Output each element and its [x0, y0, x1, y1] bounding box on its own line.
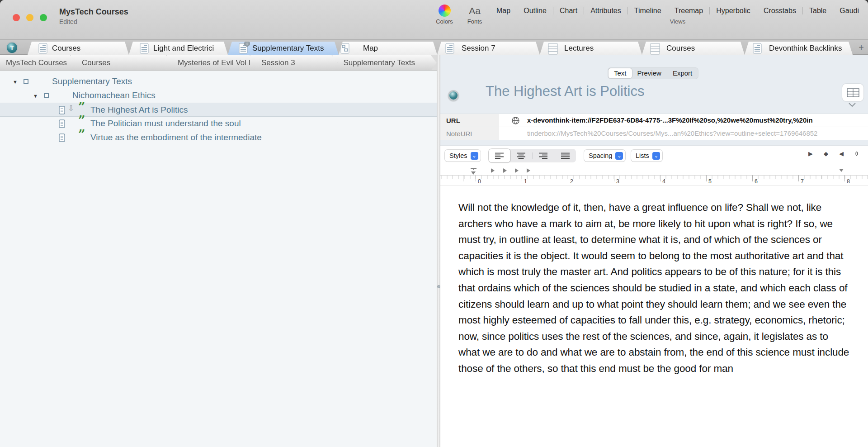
view-button-attributes[interactable]: Attributes: [588, 7, 624, 15]
left-tab-well-icon[interactable]: ▶: [807, 150, 814, 157]
text-ruler[interactable]: 0 1 2 3 4 5 6 7 8: [440, 166, 868, 185]
view-button-table[interactable]: Table: [807, 7, 829, 15]
container-square-icon: [24, 79, 28, 84]
tab-session-7[interactable]: Session 7: [437, 42, 540, 55]
zoom-button[interactable]: [40, 14, 47, 21]
tab-courses-2[interactable]: Courses: [642, 42, 745, 55]
note-text-pane: Text Preview Export The Highest Art is P…: [440, 55, 868, 447]
collapse-chevron-icon[interactable]: [849, 103, 856, 107]
add-tab-button[interactable]: +: [856, 43, 866, 53]
outline-item-label: The Highest Art is Politics: [90, 105, 188, 115]
tab-stop-marker[interactable]: [503, 168, 507, 173]
divider: [517, 7, 517, 14]
tab-devonthink-backlinks[interactable]: Devonthink Backlinks: [745, 42, 853, 55]
close-button[interactable]: [13, 14, 20, 21]
styles-dropdown[interactable]: Styles ⌄: [445, 150, 481, 162]
right-tab-well-icon[interactable]: ◀: [838, 150, 844, 157]
tab-light-and-electricity[interactable]: Light and Electrici: [129, 42, 228, 55]
first-line-indent-marker[interactable]: [471, 168, 476, 169]
window-controls: [13, 14, 47, 21]
align-left-button[interactable]: [489, 149, 510, 162]
tab-lectures[interactable]: Lectures: [540, 42, 642, 55]
note-body-text[interactable]: Will not the knowledge of it, then, have…: [458, 200, 850, 377]
outline-item-label: Supplementary Texts: [52, 76, 132, 86]
url-attributes-block: URL x-devonthink-item://F2FDE637-6D84-47…: [440, 114, 868, 140]
mode-tab-export[interactable]: Export: [667, 68, 698, 78]
view-button-hyperbolic[interactable]: Hyperbolic: [713, 7, 753, 15]
ruler-number: 8: [847, 178, 850, 185]
divider: [553, 7, 553, 14]
attributes-table-button[interactable]: [842, 84, 863, 101]
tab-supplementary-texts[interactable]: i Supplementary Texts: [228, 42, 339, 55]
breadcrumb-item-session-3[interactable]: Session 3: [250, 55, 338, 71]
noteurl-value[interactable]: tinderbox://MysTech%20Courses/Courses/My…: [527, 129, 817, 137]
tab-stop-marker[interactable]: [527, 168, 530, 173]
disclosure-triangle-icon[interactable]: ▼: [13, 79, 18, 85]
left-indent-marker[interactable]: [471, 171, 476, 175]
noteurl-row: NoteURL tinderbox://MysTech%20Courses/Co…: [440, 127, 868, 140]
globe-fetch-icon[interactable]: [512, 117, 519, 124]
divider: [627, 7, 628, 14]
mode-tab-preview[interactable]: Preview: [632, 68, 667, 78]
view-button-gaudi[interactable]: Gaudi: [837, 7, 862, 15]
note-status-orb-icon[interactable]: [448, 90, 459, 101]
view-button-outline[interactable]: Outline: [521, 7, 549, 15]
url-value[interactable]: x-devonthink-item://F2FDE637-6D84-4775-.…: [527, 116, 813, 124]
minimize-button[interactable]: [26, 14, 33, 21]
mode-tab-text[interactable]: Text: [609, 68, 632, 78]
text-mode-segmented-control: Text Preview Export: [608, 67, 698, 79]
view-button-timeline[interactable]: Timeline: [632, 7, 664, 15]
download-arrow-icon: ⇩: [68, 104, 74, 113]
views-toolbar-group: Map Outline Chart Attributes Timeline Tr…: [494, 5, 862, 25]
view-button-crosstabs[interactable]: Crosstabs: [761, 7, 799, 15]
divider: [709, 7, 710, 14]
decimal-tab-well-icon[interactable]: 0: [854, 150, 859, 157]
outline-row-supplementary-texts[interactable]: ▼ Supplementary Texts: [0, 75, 437, 89]
tab-stop-marker[interactable]: [515, 168, 519, 173]
disclosure-triangle-icon[interactable]: ▼: [33, 93, 38, 99]
title-bar: MysTech Courses Edited Colors Aa Fonts M…: [0, 0, 868, 40]
tab-courses-1[interactable]: Courses: [28, 42, 129, 55]
window-title: MysTech Courses: [59, 7, 128, 17]
colors-toolbar-button[interactable]: Colors: [432, 5, 457, 25]
tab-stop-marker[interactable]: [491, 168, 495, 173]
color-wheel-icon: [439, 5, 451, 17]
fonts-toolbar-button[interactable]: Aa Fonts: [462, 5, 487, 25]
note-body-editor[interactable]: Will not the knowledge of it, then, have…: [440, 185, 868, 377]
lists-dropdown[interactable]: Lists ⌄: [631, 150, 662, 162]
outline-doc-icon: [38, 43, 47, 54]
view-button-chart[interactable]: Chart: [557, 7, 580, 15]
tab-label: Supplementary Texts: [252, 44, 324, 53]
outline-row-highest-art-selected[interactable]: ⇩ ” The Highest Art is Politics: [0, 103, 437, 117]
view-button-map[interactable]: Map: [494, 7, 513, 15]
outline-item-label: The Politician must understand the soul: [90, 119, 241, 128]
styles-label: Styles: [449, 152, 467, 159]
divider: [833, 7, 833, 14]
align-center-button[interactable]: [510, 149, 532, 162]
breadcrumb-item-mysteries-of-evil[interactable]: Mysteries of Evil Vol I: [167, 55, 255, 71]
breadcrumb-item-courses[interactable]: Courses: [71, 55, 172, 71]
pane-splitter[interactable]: [437, 55, 440, 447]
views-group-caption: Views: [494, 18, 862, 25]
divider: [802, 7, 803, 14]
tab-label: Courses: [52, 44, 80, 53]
tinderbox-app-icon[interactable]: T: [6, 42, 18, 54]
view-button-treemap[interactable]: Treemap: [672, 7, 706, 15]
breadcrumb-item-supplementary-texts[interactable]: Supplementary Texts: [332, 55, 437, 71]
right-indent-marker[interactable]: [839, 169, 844, 172]
outline-row-virtue-intermediate[interactable]: ” Virtue as the embodiment of the interm…: [0, 131, 437, 145]
list-doc-icon: [548, 43, 558, 55]
outline-item-label: Virtue as the embodiment of the intermed…: [90, 133, 262, 143]
outline-row-nichomachean-ethics[interactable]: ▼ Nichomachean Ethics: [0, 89, 437, 103]
splitter-handle[interactable]: [437, 285, 440, 288]
align-right-button[interactable]: [533, 149, 554, 162]
center-tab-well-icon[interactable]: ◆: [823, 150, 829, 157]
align-justify-button[interactable]: [554, 149, 576, 162]
tab-map[interactable]: Map: [339, 42, 437, 55]
outline-row-politician-soul[interactable]: ” The Politician must understand the sou…: [0, 117, 437, 131]
tab-label: Light and Electrici: [153, 44, 214, 53]
app-window: MysTech Courses Edited Colors Aa Fonts M…: [0, 0, 868, 447]
spacing-dropdown[interactable]: Spacing ⌄: [584, 150, 625, 162]
outline-doc-icon: [140, 43, 149, 54]
breadcrumb-item-mystech-courses[interactable]: MysTech Courses: [0, 55, 76, 71]
